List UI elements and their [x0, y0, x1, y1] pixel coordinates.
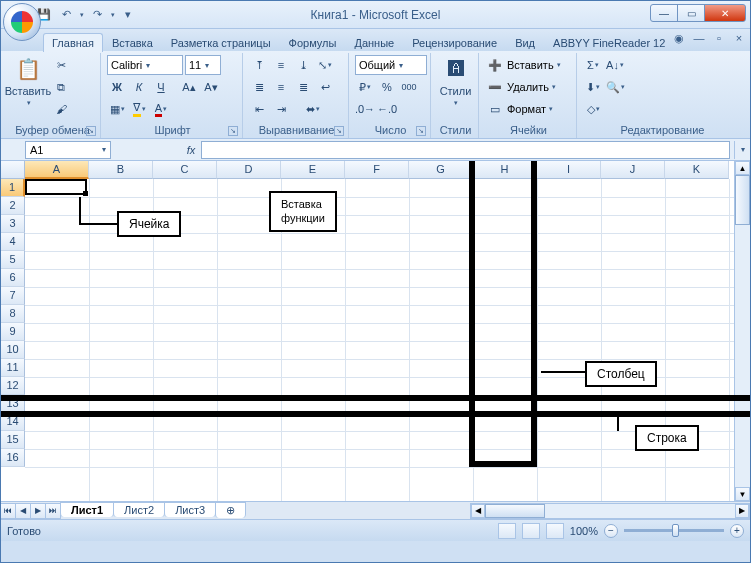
number-launcher-icon[interactable]: ↘ [416, 126, 426, 136]
close-workbook-icon[interactable]: × [732, 31, 746, 45]
find-select-icon[interactable]: 🔍▾ [605, 77, 625, 97]
copy-icon[interactable]: ⧉ [51, 77, 71, 97]
zoom-slider[interactable] [624, 529, 724, 532]
row-header-16[interactable]: 16 [1, 449, 25, 467]
maximize-button[interactable]: ▭ [677, 4, 705, 22]
sheet-tab-1[interactable]: Лист2 [113, 502, 165, 517]
scroll-right-icon[interactable]: ▶ [735, 504, 749, 518]
horizontal-scrollbar[interactable]: ◀ ▶ [470, 503, 750, 519]
row-header-6[interactable]: 6 [1, 269, 25, 287]
col-header-G[interactable]: G [409, 161, 473, 179]
qat-customize-icon[interactable]: ▾ [119, 6, 137, 24]
borders-icon[interactable]: ▦▾ [107, 99, 127, 119]
vertical-scrollbar[interactable]: ▲ ▼ [734, 161, 750, 501]
autosum-icon[interactable]: Σ▾ [583, 55, 603, 75]
view-page-layout-icon[interactable] [522, 523, 540, 539]
paste-dropdown-icon[interactable]: ▾ [26, 99, 31, 107]
col-header-B[interactable]: B [89, 161, 153, 179]
align-bottom-icon[interactable]: ⤓ [293, 55, 313, 75]
row-header-5[interactable]: 5 [1, 251, 25, 269]
styles-button[interactable]: 🅰 Стили ▾ [437, 55, 474, 107]
zoom-in-icon[interactable]: + [730, 524, 744, 538]
col-header-D[interactable]: D [217, 161, 281, 179]
fill-color-icon[interactable]: ᐁ▾ [129, 99, 149, 119]
paste-button[interactable]: 📋 Вставить ▾ [9, 55, 47, 107]
underline-button[interactable]: Ч [151, 77, 171, 97]
increase-decimal-icon[interactable]: .0→ [355, 99, 375, 119]
align-top-icon[interactable]: ⤒ [249, 55, 269, 75]
row-header-10[interactable]: 10 [1, 341, 25, 359]
increase-indent-icon[interactable]: ⇥ [271, 99, 291, 119]
row-header-8[interactable]: 8 [1, 305, 25, 323]
font-launcher-icon[interactable]: ↘ [228, 126, 238, 136]
align-right-icon[interactable]: ≣ [293, 77, 313, 97]
hscroll-thumb[interactable] [485, 504, 545, 518]
accounting-format-icon[interactable]: ₽▾ [355, 77, 375, 97]
view-page-break-icon[interactable] [546, 523, 564, 539]
sheet-tab-2[interactable]: Лист3 [164, 502, 216, 517]
font-color-icon[interactable]: A▾ [151, 99, 171, 119]
sort-filter-icon[interactable]: A↓▾ [605, 55, 625, 75]
clear-icon[interactable]: ◇▾ [583, 99, 603, 119]
minimize-ribbon-icon[interactable]: — [692, 31, 706, 45]
align-middle-icon[interactable]: ≡ [271, 55, 291, 75]
fill-icon[interactable]: ⬇▾ [583, 77, 603, 97]
row-header-9[interactable]: 9 [1, 323, 25, 341]
format-painter-icon[interactable]: 🖌 [51, 99, 71, 119]
zoom-level[interactable]: 100% [570, 525, 598, 537]
close-button[interactable]: ✕ [704, 4, 746, 22]
comma-format-icon[interactable]: 000 [399, 77, 419, 97]
sheet-nav-prev-icon[interactable]: ◀ [15, 503, 31, 519]
col-header-E[interactable]: E [281, 161, 345, 179]
redo-dropdown-icon[interactable]: ▾ [110, 11, 115, 19]
row-header-3[interactable]: 3 [1, 215, 25, 233]
number-format-combo[interactable]: Общий▾ [355, 55, 427, 75]
font-size-combo[interactable]: 11▾ [185, 55, 221, 75]
restore-workbook-icon[interactable]: ▫ [712, 31, 726, 45]
office-button[interactable] [3, 3, 41, 41]
orientation-icon[interactable]: ⤡▾ [315, 55, 335, 75]
row-header-4[interactable]: 4 [1, 233, 25, 251]
col-header-I[interactable]: I [537, 161, 601, 179]
row-header-11[interactable]: 11 [1, 359, 25, 377]
tab-4[interactable]: Данные [345, 33, 403, 52]
cut-icon[interactable]: ✂ [51, 55, 71, 75]
row-header-12[interactable]: 12 [1, 377, 25, 395]
select-all-corner[interactable] [1, 161, 25, 179]
row-header-1[interactable]: 1 [1, 179, 25, 197]
tab-2[interactable]: Разметка страницы [162, 33, 280, 52]
row-header-7[interactable]: 7 [1, 287, 25, 305]
zoom-out-icon[interactable]: − [604, 524, 618, 538]
vscroll-thumb[interactable] [735, 175, 750, 225]
redo-icon[interactable]: ↷ [88, 6, 106, 24]
name-box[interactable]: A1▾ [25, 141, 111, 159]
scroll-down-icon[interactable]: ▼ [735, 487, 750, 501]
tab-3[interactable]: Формулы [280, 33, 346, 52]
tab-0[interactable]: Главная [43, 33, 103, 52]
tab-7[interactable]: ABBYY FineReader 12 [544, 33, 674, 52]
fx-button[interactable]: fx [181, 141, 201, 159]
font-name-combo[interactable]: Calibri▾ [107, 55, 183, 75]
shrink-font-icon[interactable]: A▾ [201, 77, 221, 97]
align-center-icon[interactable]: ≡ [271, 77, 291, 97]
clipboard-launcher-icon[interactable]: ↘ [86, 126, 96, 136]
tab-6[interactable]: Вид [506, 33, 544, 52]
alignment-launcher-icon[interactable]: ↘ [334, 126, 344, 136]
tab-1[interactable]: Вставка [103, 33, 162, 52]
merge-center-icon[interactable]: ⬌▾ [293, 99, 333, 119]
col-header-J[interactable]: J [601, 161, 665, 179]
scroll-left-icon[interactable]: ◀ [471, 504, 485, 518]
sheet-tab-0[interactable]: Лист1 [60, 502, 114, 517]
view-normal-icon[interactable] [498, 523, 516, 539]
sheet-nav-first-icon[interactable]: ⏮ [0, 503, 16, 519]
row-header-2[interactable]: 2 [1, 197, 25, 215]
sheet-nav-next-icon[interactable]: ▶ [30, 503, 46, 519]
minimize-button[interactable]: — [650, 4, 678, 22]
fill-handle[interactable] [83, 191, 88, 196]
undo-dropdown-icon[interactable]: ▾ [79, 11, 84, 19]
italic-button[interactable]: К [129, 77, 149, 97]
bold-button[interactable]: Ж [107, 77, 127, 97]
decrease-indent-icon[interactable]: ⇤ [249, 99, 269, 119]
undo-icon[interactable]: ↶ [57, 6, 75, 24]
grow-font-icon[interactable]: A▴ [179, 77, 199, 97]
